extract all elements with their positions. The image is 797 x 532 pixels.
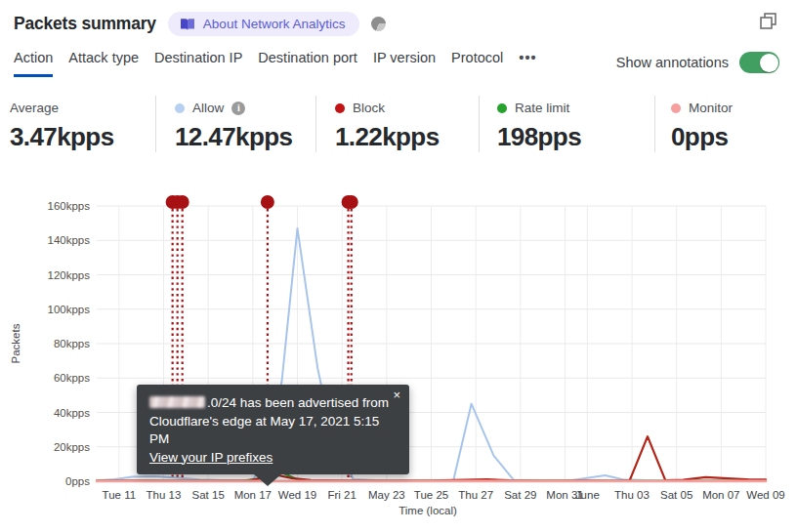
stat-monitor: Monitor 0pps [654, 96, 797, 152]
block-dot [335, 103, 345, 113]
stat-block-label: Block [353, 101, 385, 115]
svg-text:Mon 07: Mon 07 [702, 489, 739, 501]
stat-rate-limit-value: 198pps [497, 122, 654, 152]
copy-window-icon[interactable] [759, 12, 777, 30]
stat-average-value: 3.47kpps [10, 122, 155, 152]
page-title: Packets summary [14, 14, 156, 34]
stats-row: Average 3.47kpps Allow i 12.47kpps Block… [0, 96, 797, 152]
svg-text:160kpps: 160kpps [48, 200, 91, 212]
legend-item-rate-limit[interactable]: Rate limit [497, 101, 654, 115]
tab-protocol[interactable]: Protocol [451, 50, 503, 77]
stat-allow-label: Allow [192, 101, 224, 115]
legend-item-monitor[interactable]: Monitor [671, 101, 797, 115]
stat-block-value: 1.22kpps [335, 122, 479, 152]
stat-monitor-value: 0pps [671, 122, 797, 152]
svg-text:Time (local): Time (local) [398, 505, 457, 516]
stat-monitor-label: Monitor [689, 101, 733, 115]
book-icon [180, 18, 195, 31]
tab-action[interactable]: Action [14, 50, 53, 77]
svg-text:Thu 13: Thu 13 [147, 489, 182, 501]
svg-text:20kpps: 20kpps [54, 441, 90, 453]
stat-allow: Allow i 12.47kpps [155, 96, 315, 152]
annotation-tooltip: × .0/24 has been advertised from Cloudfl… [137, 385, 409, 474]
legend-item-allow[interactable]: Allow i [175, 101, 315, 115]
svg-text:Sat 29: Sat 29 [504, 489, 536, 501]
pie-icon[interactable] [371, 17, 386, 31]
svg-text:Thu 27: Thu 27 [458, 489, 493, 501]
view-ip-prefixes-link[interactable]: View your IP prefixes [149, 450, 273, 465]
tab-destination-ip[interactable]: Destination IP [154, 50, 242, 77]
about-network-analytics-badge[interactable]: About Network Analytics [168, 12, 360, 36]
allow-dot [175, 103, 185, 113]
tab-destination-port[interactable]: Destination port [258, 50, 357, 77]
tooltip-line1: .0/24 has been advertised from [149, 394, 396, 413]
svg-text:0pps: 0pps [65, 475, 90, 487]
svg-text:May 23: May 23 [368, 489, 405, 501]
info-icon[interactable]: i [231, 102, 245, 115]
stat-rate-limit-label: Rate limit [515, 101, 569, 115]
svg-text:40kpps: 40kpps [54, 407, 90, 419]
svg-text:Sat 05: Sat 05 [660, 489, 692, 501]
stat-average-label: Average [10, 101, 59, 115]
svg-text:Tue 11: Tue 11 [103, 489, 137, 501]
dimension-tabs: Action Attack type Destination IP Destin… [14, 50, 537, 77]
tab-attack-type[interactable]: Attack type [68, 50, 139, 77]
tooltip-caret [253, 473, 282, 486]
svg-text:Mon 17: Mon 17 [234, 489, 272, 501]
svg-text:Sat 15: Sat 15 [192, 489, 225, 501]
svg-text:140kpps: 140kpps [48, 234, 91, 246]
monitor-dot [671, 103, 681, 113]
redacted-ip-prefix [149, 396, 205, 408]
close-icon[interactable]: × [393, 389, 400, 402]
svg-text:80kpps: 80kpps [54, 338, 90, 349]
svg-text:Packets: Packets [10, 323, 21, 363]
svg-text:60kpps: 60kpps [54, 372, 90, 384]
stat-allow-value: 12.47kpps [175, 122, 315, 152]
about-badge-label: About Network Analytics [203, 17, 346, 31]
rate-limit-dot [497, 103, 507, 113]
stat-block: Block 1.22kpps [315, 96, 479, 152]
svg-text:Thu 03: Thu 03 [614, 489, 650, 501]
show-annotations-label: Show annotations [616, 55, 729, 70]
svg-text:Wed 19: Wed 19 [278, 489, 316, 501]
tab-ip-version[interactable]: IP version [373, 50, 436, 77]
svg-text:120kpps: 120kpps [48, 269, 91, 281]
stat-average: Average 3.47kpps [0, 96, 155, 152]
annotations-control: Show annotations [616, 52, 779, 73]
packets-summary-panel: 0pps20kpps40kpps60kpps80kpps100kpps120kp… [0, 0, 797, 532]
legend-item-block[interactable]: Block [335, 101, 479, 115]
toggle-knob [760, 54, 778, 72]
svg-text:Tue 25: Tue 25 [414, 489, 448, 501]
svg-text:100kpps: 100kpps [48, 304, 91, 315]
svg-text:June: June [575, 489, 600, 501]
svg-text:Wed 09: Wed 09 [746, 489, 784, 501]
tooltip-line2: Cloudflare's edge at May 17, 2021 5:15 P… [149, 413, 396, 449]
svg-text:Fri 21: Fri 21 [327, 489, 356, 501]
page-header: Packets summary About Network Analytics [14, 12, 386, 36]
stat-rate-limit: Rate limit 198pps [479, 96, 654, 152]
more-tabs-icon[interactable]: ••• [519, 50, 536, 77]
show-annotations-toggle[interactable] [739, 52, 779, 73]
